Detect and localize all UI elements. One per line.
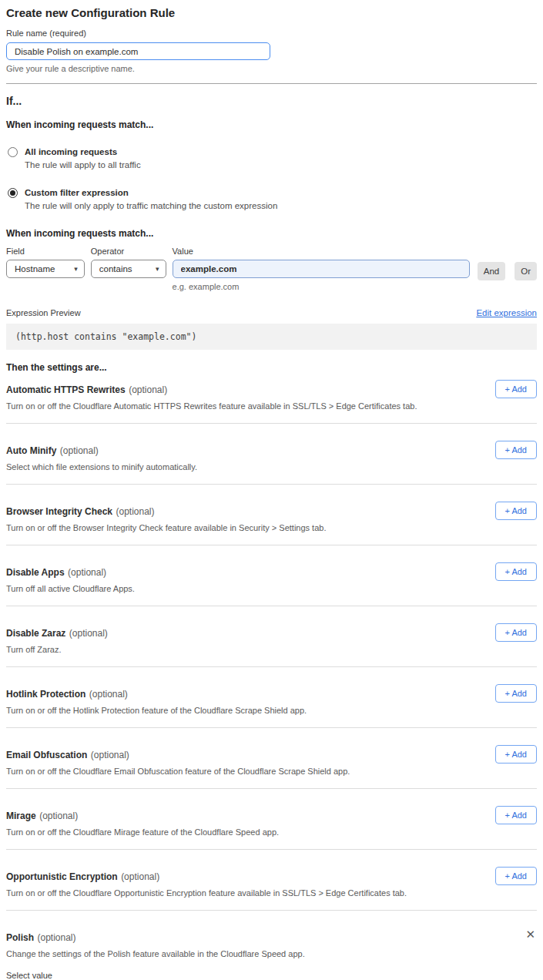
chevron-down-icon: ▾: [156, 266, 159, 273]
if-section-heading: If...: [6, 95, 537, 107]
operator-select[interactable]: contains ▾: [91, 260, 166, 278]
rule-name-helper: Give your rule a descriptive name.: [6, 64, 537, 73]
and-button[interactable]: And: [478, 262, 505, 280]
setting-row-disable-apps: Disable Apps (optional) Turn off all act…: [6, 545, 537, 606]
rule-name-label: Rule name (required): [6, 29, 537, 38]
setting-optional-tag: (optional): [91, 750, 129, 760]
setting-row-browser-integrity-check: Browser Integrity Check (optional) Turn …: [6, 485, 537, 545]
setting-row-opportunistic-encryption: Opportunistic Encryption (optional) Turn…: [6, 850, 537, 911]
add-setting-button[interactable]: + Add: [495, 806, 537, 824]
radio-label: All incoming requests: [25, 146, 141, 157]
add-setting-button[interactable]: + Add: [495, 562, 537, 581]
close-icon[interactable]: ✕: [524, 929, 537, 939]
setting-optional-tag: (optional): [60, 445, 99, 456]
expression-builder-row: Field Hostname ▾ Operator contains ▾ Val…: [6, 247, 537, 291]
incoming-match-heading: When incoming requests match...: [6, 119, 537, 130]
or-button[interactable]: Or: [515, 262, 537, 280]
expression-builder-heading: When incoming requests match...: [6, 228, 537, 239]
setting-optional-tag: (optional): [121, 871, 159, 882]
settings-list: Automatic HTTPS Rewrites (optional) Turn…: [6, 373, 537, 980]
setting-description: Turn off Zaraz.: [6, 645, 108, 655]
polish-select-label: Select value: [6, 971, 537, 980]
setting-row-automatic-https-rewrites: Automatic HTTPS Rewrites (optional) Turn…: [6, 373, 537, 424]
add-setting-button[interactable]: + Add: [495, 441, 537, 459]
setting-description: Turn on or off the Hotlink Protection fe…: [6, 706, 307, 716]
setting-description: Change the settings of the Polish featur…: [6, 949, 305, 959]
setting-description: Turn on or off the Cloudflare Opportunis…: [6, 888, 407, 898]
value-helper: e.g. example.com: [173, 282, 470, 291]
setting-optional-tag: (optional): [116, 506, 155, 517]
value-label: Value: [173, 247, 470, 256]
radio-custom-filter-expression[interactable]: Custom filter expression The rule will o…: [6, 187, 537, 211]
add-setting-button[interactable]: + Add: [495, 380, 537, 398]
radio-all-incoming-requests[interactable]: All incoming requests The rule will appl…: [6, 146, 537, 170]
add-setting-button[interactable]: + Add: [495, 867, 537, 885]
setting-name: Opportunistic Encryption: [6, 871, 118, 882]
setting-optional-tag: (optional): [39, 811, 78, 821]
setting-description: Turn on or off the Cloudflare Automatic …: [6, 401, 417, 411]
request-match-radio-group: All incoming requests The rule will appl…: [6, 146, 537, 211]
setting-name: Email Obfuscation: [6, 750, 87, 760]
page-title: Create new Configuration Rule: [6, 6, 537, 19]
setting-description: Turn off all active Cloudflare Apps.: [6, 584, 135, 594]
setting-description: Select which file extensions to minify a…: [6, 462, 197, 472]
radio-description: The rule will only apply to traffic matc…: [25, 200, 277, 211]
setting-description: Turn on or off the Cloudflare Mirage fea…: [6, 827, 279, 837]
expression-preview-label: Expression Preview: [6, 308, 81, 317]
radio-label: Custom filter expression: [25, 187, 277, 198]
operator-select-value: contains: [99, 264, 132, 274]
setting-name: Auto Minify: [6, 445, 56, 456]
setting-optional-tag: (optional): [69, 628, 108, 639]
then-settings-heading: Then the settings are...: [6, 362, 537, 373]
field-label: Field: [6, 247, 85, 256]
setting-name: Automatic HTTPS Rewrites: [6, 384, 126, 395]
add-setting-button[interactable]: + Add: [495, 745, 537, 764]
setting-name: Disable Apps: [6, 567, 65, 578]
setting-optional-tag: (optional): [89, 689, 128, 700]
add-setting-button[interactable]: + Add: [495, 623, 537, 642]
field-select[interactable]: Hostname ▾: [6, 260, 85, 278]
add-setting-button[interactable]: + Add: [495, 502, 537, 520]
edit-expression-link[interactable]: Edit expression: [476, 308, 537, 317]
setting-row-polish: Polish (optional) Change the settings of…: [6, 911, 537, 980]
setting-optional-tag: (optional): [68, 567, 106, 578]
setting-name: Hotlink Protection: [6, 689, 85, 700]
chevron-down-icon: ▾: [74, 266, 78, 273]
setting-name: Browser Integrity Check: [6, 506, 112, 517]
setting-optional-tag: (optional): [129, 384, 167, 395]
setting-description: Turn on or off the Browser Integrity Che…: [6, 523, 326, 533]
setting-row-hotlink-protection: Hotlink Protection (optional) Turn on or…: [6, 667, 537, 728]
setting-row-auto-minify: Auto Minify (optional) Select which file…: [6, 424, 537, 485]
field-select-value: Hostname: [15, 264, 55, 274]
setting-name: Mirage: [6, 811, 36, 821]
expression-preview-header: Expression Preview Edit expression: [6, 308, 537, 317]
radio-button-icon[interactable]: [8, 188, 18, 198]
setting-name: Disable Zaraz: [6, 628, 65, 639]
value-input[interactable]: [173, 260, 470, 278]
setting-name: Polish: [6, 932, 34, 943]
operator-label: Operator: [91, 247, 166, 256]
setting-description: Turn on or off the Cloudflare Email Obfu…: [6, 767, 350, 777]
radio-button-icon[interactable]: [8, 147, 18, 157]
radio-description: The rule will apply to all traffic: [25, 159, 141, 170]
setting-optional-tag: (optional): [37, 932, 75, 943]
add-setting-button[interactable]: + Add: [495, 684, 537, 703]
setting-row-disable-zaraz: Disable Zaraz (optional) Turn off Zaraz.…: [6, 606, 537, 667]
rule-name-input[interactable]: [6, 42, 270, 60]
section-divider: [6, 83, 537, 84]
setting-row-mirage: Mirage (optional) Turn on or off the Clo…: [6, 789, 537, 850]
setting-row-email-obfuscation: Email Obfuscation (optional) Turn on or …: [6, 728, 537, 789]
expression-preview-code: (http.host contains "example.com"): [6, 324, 537, 350]
